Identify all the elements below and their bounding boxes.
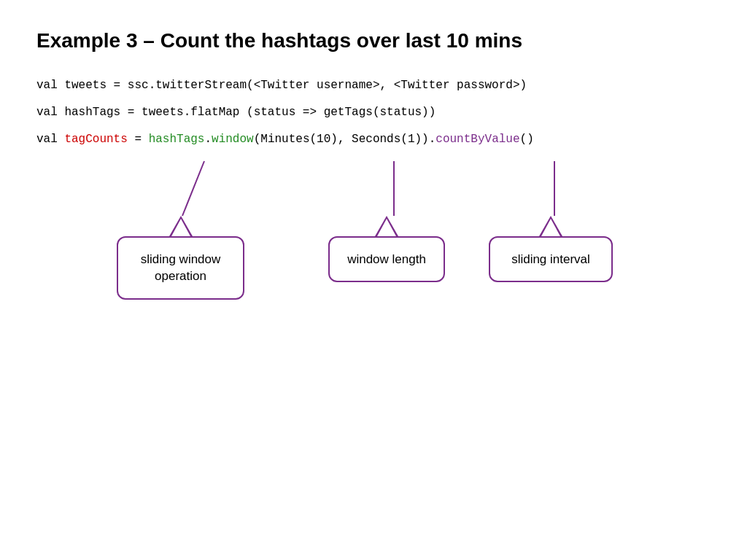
callout-3-pointer	[539, 216, 562, 236]
callout-sliding-window: sliding windowoperation	[117, 216, 244, 300]
svg-line-0	[182, 161, 204, 216]
equals: =	[128, 133, 149, 146]
paren: ()	[520, 133, 534, 146]
callout-window-length: window length	[328, 216, 445, 283]
callout-2-pointer	[375, 216, 398, 236]
callout-2-box: window length	[328, 236, 445, 283]
code-line-3: val tagCounts = hashTags.window(Minutes(…	[36, 130, 711, 149]
code-line-1: val tweets = ssc.twitterStream(<Twitter …	[36, 76, 711, 96]
dot1: .	[204, 133, 212, 146]
val-keyword: val	[36, 133, 64, 146]
page-container: Example 3 – Count the hashtags over last…	[0, 0, 747, 332]
code-block: val tweets = ssc.twitterStream(<Twitter …	[36, 76, 711, 150]
countbyvalue-method: countByValue	[436, 133, 519, 146]
callout-3-box: sliding interval	[489, 236, 613, 283]
tagcounts-var: tagCounts	[64, 133, 127, 146]
callout-1-label: sliding windowoperation	[141, 252, 221, 284]
callouts-container: sliding windowoperation window length sl…	[36, 158, 711, 303]
callout-2-label: window length	[347, 252, 426, 266]
callout-1-pointer	[169, 216, 193, 236]
callout-sliding-interval: sliding interval	[489, 216, 613, 283]
window-method: window	[212, 133, 254, 146]
callout-3-label: sliding interval	[511, 252, 590, 266]
page-title: Example 3 – Count the hashtags over last…	[36, 29, 711, 52]
window-args: (Minutes(10), Seconds(1)).	[254, 133, 436, 146]
callout-1-box: sliding windowoperation	[117, 236, 244, 300]
hashtags-var: hashTags	[149, 133, 205, 146]
code-line-2: val hashTags = tweets.flatMap (status =>…	[36, 103, 711, 122]
